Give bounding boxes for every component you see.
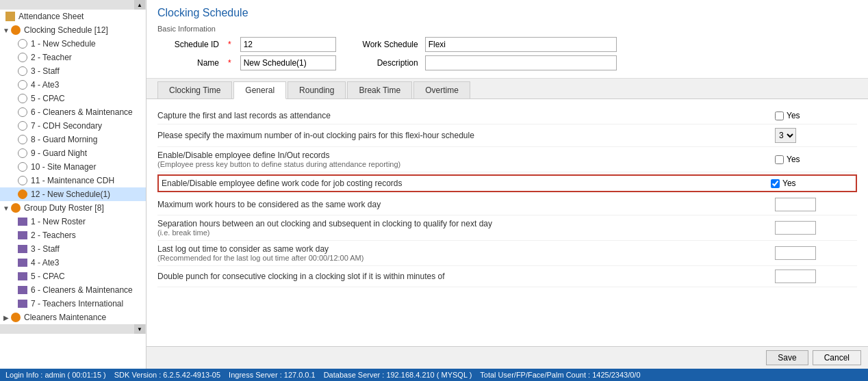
required-star-name: * [228, 58, 231, 68]
schedule-id-row: Schedule ID * Work Schedule [157, 37, 857, 52]
required-star-id: * [228, 40, 231, 49]
setting-row-capture: Capture the first and last records as at… [157, 107, 857, 124]
sidebar-item-gr2[interactable]: 2 - Teachers [0, 228, 146, 242]
setting-row-workcode: Enable/Disable employee define work code… [157, 174, 857, 192]
sidebar-label-8: 8 - Guard Morning [31, 135, 97, 144]
sidebar-section-clocking[interactable]: ▼ Clocking Schedule [12] [0, 23, 146, 37]
separation-control [775, 221, 857, 235]
capture-yes-label: Yes [787, 111, 800, 120]
sidebar-item-schedule-4[interactable]: 4 - Ate3 [0, 78, 146, 92]
sidebar-item-schedule-9[interactable]: 9 - Guard Night [0, 146, 146, 160]
tree-toggle-cleaners[interactable]: ▶ [3, 314, 10, 321]
max-pairs-label: Please specify the maximum number of in-… [157, 131, 775, 140]
tab-clocking-time[interactable]: Clocking Time [157, 81, 232, 98]
sidebar-label-gr7: 7 - Teachers International [31, 299, 123, 308]
sidebar-label-7: 7 - CDH Secondary [31, 121, 102, 131]
status-total-user: Total User/FP/Face/Palm Count : 1425/234… [480, 371, 640, 379]
sidebar-item-schedule-11[interactable]: 11 - Maintenance CDH [0, 174, 146, 187]
logout-label: Last log out time to consider as same wo… [157, 244, 775, 262]
sidebar-item-schedule-6[interactable]: 6 - Cleaners & Maintenance [0, 105, 146, 119]
sidebar-label-9: 9 - Guard Night [31, 148, 87, 158]
maxhours-input[interactable] [775, 198, 816, 211]
workcode-checkbox[interactable] [771, 179, 780, 188]
sidebar-label-11: 11 - Maintenance CDH [31, 176, 114, 185]
inout-checkbox[interactable] [775, 155, 784, 164]
logout-input[interactable] [775, 246, 816, 260]
tab-overtime[interactable]: Overtime [413, 81, 470, 98]
sidebar-item-gr4[interactable]: 4 - Ate3 [0, 256, 146, 270]
sidebar-item-schedule-7[interactable]: 7 - CDH Secondary [0, 119, 146, 133]
description-label: Description [350, 58, 418, 68]
tab-break-time[interactable]: Break Time [347, 81, 412, 98]
sidebar-label-1: 1 - New Schedule [31, 39, 96, 49]
sidebar-label-gr2: 2 - Teachers [31, 231, 76, 240]
tab-general-label: General [245, 86, 275, 95]
sidebar-item-schedule-10[interactable]: 10 - Site Manager [0, 160, 146, 174]
status-login: Login Info : admin ( 00:01:15 ) [5, 371, 106, 379]
tab-clocking-time-label: Clocking Time [169, 86, 220, 95]
tree-toggle-group[interactable]: ▼ [3, 205, 10, 212]
name-row: Name * Description [157, 55, 857, 70]
sidebar-label-group: Group Duty Roster [8] [24, 203, 104, 213]
sidebar-label-gr5: 5 - CPAC [31, 272, 65, 281]
sidebar-label-attendance: Attendance Sheet [18, 12, 84, 21]
inout-yes-label: Yes [787, 155, 800, 164]
name-input[interactable] [240, 55, 336, 70]
sidebar-item-gr1[interactable]: 1 - New Roster [0, 215, 146, 228]
maxhours-control [775, 198, 857, 211]
status-ingress: Ingress Server : 127.0.0.1 [229, 371, 316, 379]
work-schedule-label: Work Schedule [350, 40, 418, 49]
status-bar: Login Info : admin ( 00:01:15 ) SDK Vers… [0, 369, 868, 381]
separation-input[interactable] [775, 221, 816, 235]
setting-row-maxhours: Maximum work hours to be considered as t… [157, 194, 857, 215]
workcode-yes-label: Yes [782, 179, 796, 188]
sidebar-item-gr3[interactable]: 3 - Staff [0, 242, 146, 256]
sidebar-scroll-up[interactable]: ▲ [134, 0, 145, 10]
sidebar-item-gr5[interactable]: 5 - CPAC [0, 270, 146, 283]
sidebar-label-clocking: Clocking Schedule [12] [24, 25, 108, 35]
tab-general[interactable]: General [233, 81, 286, 99]
sidebar-scroll-down[interactable]: ▼ [134, 324, 145, 334]
description-input[interactable] [425, 55, 617, 70]
sidebar-item-schedule-8[interactable]: 8 - Guard Morning [0, 133, 146, 146]
sidebar-label-12: 12 - New Schedule(1) [31, 189, 110, 199]
status-sdk: SDK Version : 6.2.5.42-4913-05 [114, 371, 220, 379]
sidebar-item-attendance-sheet[interactable]: Attendance Sheet [0, 10, 146, 23]
sidebar-label-2: 2 - Teacher [31, 53, 72, 62]
bottom-bar: Save Cancel [146, 346, 868, 369]
max-pairs-select[interactable]: 3 1 2 4 5 [775, 128, 796, 143]
sidebar-item-gr7[interactable]: 7 - Teachers International [0, 297, 146, 311]
inout-label: Enable/Disable employee define In/Out re… [157, 150, 775, 168]
setting-row-separation: Separation hours between an out clocking… [157, 215, 857, 241]
sidebar-item-schedule-3[interactable]: 3 - Staff [0, 64, 146, 78]
separation-label: Separation hours between an out clocking… [157, 219, 775, 237]
sidebar-label-6: 6 - Cleaners & Maintenance [31, 107, 133, 117]
sidebar-item-schedule-2[interactable]: 2 - Teacher [0, 51, 146, 64]
save-button[interactable]: Save [766, 350, 808, 365]
content-area: Clocking Schedule Basic Information Sche… [146, 0, 868, 369]
sidebar-section-cleaners[interactable]: ▶ Cleaners Maintenance [0, 311, 146, 324]
sidebar-item-gr6[interactable]: 6 - Cleaners & Maintenance [0, 283, 146, 297]
sidebar-item-schedule-5[interactable]: 5 - CPAC [0, 92, 146, 105]
sidebar-label-gr3: 3 - Staff [31, 244, 60, 254]
tree-toggle-clocking[interactable]: ▼ [3, 27, 10, 34]
tabs-bar: Clocking Time General Rounding Break Tim… [146, 79, 868, 99]
capture-control: Yes [775, 111, 857, 120]
sidebar-item-schedule-12[interactable]: 12 - New Schedule(1) [0, 187, 146, 201]
capture-checkbox[interactable] [775, 111, 784, 120]
basic-info-label: Basic Information [157, 25, 857, 33]
sidebar-section-group-duty[interactable]: ▼ Group Duty Roster [8] [0, 201, 146, 215]
doublepunch-input[interactable] [775, 270, 816, 283]
sidebar-label-5: 5 - CPAC [31, 94, 65, 103]
sidebar-label-gr4: 4 - Ate3 [31, 258, 59, 267]
tab-rounding[interactable]: Rounding [288, 81, 346, 98]
cancel-button[interactable]: Cancel [813, 350, 861, 365]
sidebar-label-gr1: 1 - New Roster [31, 217, 86, 226]
logout-control [775, 246, 857, 260]
content-header: Clocking Schedule Basic Information Sche… [146, 0, 868, 79]
sidebar-label-cleaners: Cleaners Maintenance [24, 313, 106, 322]
sidebar-item-schedule-1[interactable]: 1 - New Schedule [0, 37, 146, 51]
tab-overtime-label: Overtime [425, 86, 459, 95]
work-schedule-input[interactable] [425, 37, 617, 52]
schedule-id-input[interactable] [240, 37, 336, 52]
